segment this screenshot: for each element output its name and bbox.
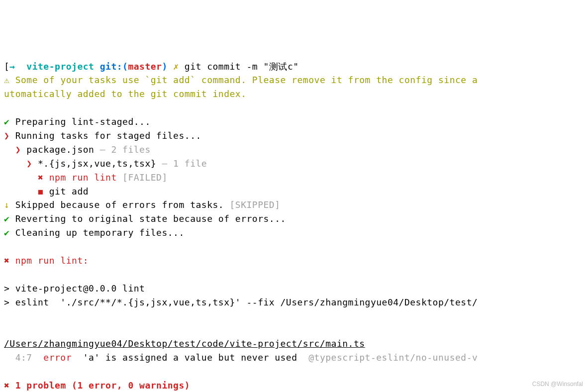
check-icon: ✔ [4,213,15,224]
chevron-icon: ❯ [4,144,26,155]
warning-text: Some of your tasks use `git add` command… [4,75,478,99]
script-line-2: > eslint './src/**/*.{js,jsx,vue,ts,tsx}… [4,297,478,307]
git-close: ) [162,61,167,72]
check-icon: ✔ [4,116,15,127]
task-text: git add [49,186,89,196]
chevron-icon: ❯ [4,158,38,169]
fail-header: ✖ npm run lint: [4,255,89,266]
eslint-error-line: 4:7 error 'a' is assigned a value but ne… [4,352,478,363]
task-meta: — 2 files [94,144,150,155]
prompt-line-1[interactable]: [→ vite-project git:(master) ✗ git commi… [4,61,299,72]
task-text: Preparing lint-staged... [15,116,151,127]
square-icon: ◼ [4,186,49,196]
task-meta: [SKIPPED] [224,199,280,210]
down-arrow-icon: ↓ [4,199,15,210]
task-text: package.json [26,144,94,155]
terminal-output: [→ vite-project git:(master) ✗ git commi… [4,60,584,392]
task-package: ❯ package.json — 2 files [4,144,151,155]
check-icon: ✔ [4,227,15,238]
cross-icon: ✖ [4,172,49,183]
task-text: Skipped because of errors from tasks. [15,199,224,210]
task-meta: [FAILED] [117,172,168,183]
task-git-add: ◼ git add [4,186,89,196]
task-text: Cleaning up temporary files... [15,227,185,238]
task-preparing: ✔ Preparing lint-staged... [4,116,151,127]
git-label: git:( [94,61,128,72]
task-skipped: ↓ Skipped because of errors from tasks. … [4,199,281,210]
task-text: npm run lint [49,172,117,183]
fail-text: npm run lint: [15,255,89,266]
task-text: Reverting to original state because of e… [15,213,286,224]
error-message: 'a' is assigned a value but never used [72,352,308,363]
task-running: ❯ Running tasks for staged files... [4,130,201,141]
chevron-icon: ❯ [4,130,15,141]
project-name: vite-project [26,61,94,72]
task-text: *.{js,jsx,vue,ts,tsx} [38,158,156,169]
problem-summary: ✖ 1 problem (1 error, 0 warnings) [4,380,190,391]
error-location: 4:7 [4,352,43,363]
task-npm-lint: ✖ npm run lint [FAILED] [4,172,168,183]
git-branch: master [128,61,162,72]
dirty-mark: ✗ [168,61,185,72]
task-glob: ❯ *.{js,jsx,vue,ts,tsx} — 1 file [4,158,207,169]
task-reverting: ✔ Reverting to original state because of… [4,213,286,224]
script-line-1: > vite-project@0.0.0 lint [4,283,145,294]
bracket: [ [4,61,9,72]
command-text: git commit -m "测试c" [185,61,299,72]
warning-line: ⚠ Some of your tasks use `git add` comma… [4,75,478,99]
warning-icon: ⚠ [4,75,15,85]
watermark: CSDN @Winsonfal [532,380,583,389]
task-cleaning: ✔ Cleaning up temporary files... [4,227,185,238]
error-level: error [43,352,72,363]
eslint-file-path: /Users/zhangmingyue04/Desktop/test/code/… [4,338,365,349]
arrow-icon: → [9,61,26,72]
cross-icon: ✖ [4,255,15,266]
task-meta: — 1 file [156,158,207,169]
cross-icon: ✖ [4,380,15,391]
task-text: Running tasks for staged files... [15,130,201,141]
error-rule: @typescript-eslint/no-unused-v [308,352,478,363]
summary-text: 1 problem (1 error, 0 warnings) [15,380,190,391]
